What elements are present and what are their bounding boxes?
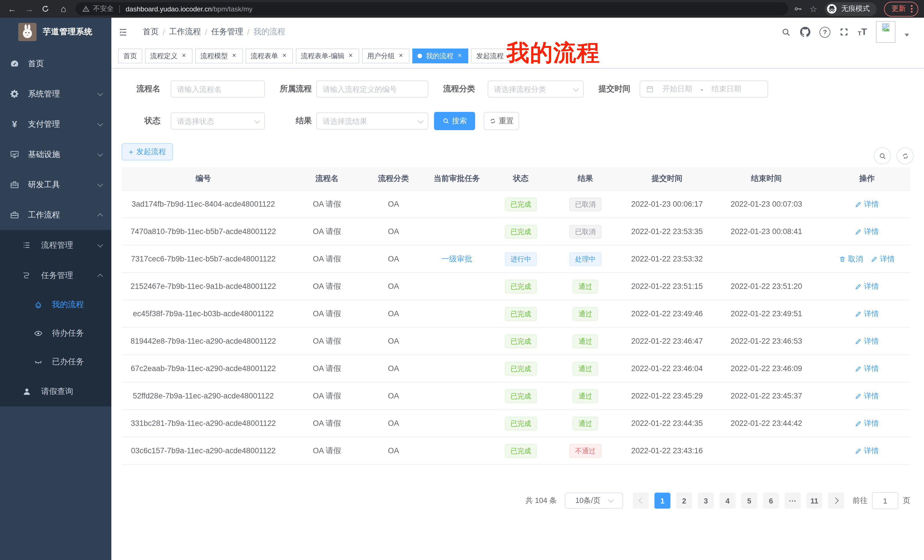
page-button-11[interactable]: 11	[806, 493, 822, 509]
table-refresh-button[interactable]	[897, 147, 914, 165]
avatar-caret-icon[interactable]	[904, 33, 909, 36]
sidebar-item-devtools[interactable]: 研发工具	[0, 169, 111, 200]
page-button-3[interactable]: 3	[698, 493, 714, 509]
tab-process-definition[interactable]: 流程定义	[145, 48, 192, 63]
sidebar-item-leave-query[interactable]: 请假查询	[0, 376, 111, 406]
close-icon[interactable]	[456, 52, 463, 59]
detail-link[interactable]: 详情	[855, 363, 879, 374]
category-select[interactable]	[488, 81, 584, 97]
avatar[interactable]	[876, 21, 896, 43]
sidebar-item-infra[interactable]: 基础设施	[0, 139, 111, 169]
category-select-input[interactable]	[488, 81, 583, 97]
detail-link[interactable]: 详情	[855, 226, 879, 237]
key-icon[interactable]	[794, 4, 802, 13]
security-label[interactable]: 不安全	[93, 4, 114, 14]
tab-process-model[interactable]: 流程模型	[195, 48, 243, 63]
current-task-link[interactable]: 一级审批	[441, 254, 472, 263]
browser-back-icon[interactable]	[7, 4, 17, 14]
sidebar-item-system[interactable]: 系统管理	[0, 79, 111, 109]
result-select[interactable]	[316, 112, 428, 130]
sidebar-item-process-mgmt[interactable]: 流程管理	[0, 230, 111, 260]
browser-home-icon[interactable]	[58, 4, 69, 14]
page-button-6[interactable]: 6	[763, 493, 779, 509]
process-name-input[interactable]	[171, 81, 264, 97]
detail-link[interactable]: 详情	[855, 446, 879, 456]
cell-category: OA	[369, 382, 418, 410]
prev-page-button[interactable]	[633, 493, 649, 509]
process-definition-input[interactable]	[317, 81, 428, 97]
browser-menu-icon[interactable]	[911, 5, 913, 13]
sidebar-item-done-tasks[interactable]: 已办任务	[0, 347, 111, 376]
sidebar-item-workflow[interactable]: 工作流程	[0, 200, 111, 230]
browser-reload-icon[interactable]	[41, 4, 51, 13]
cancel-link[interactable]: 取消	[839, 254, 863, 264]
breadcrumb-home[interactable]: 首页	[143, 27, 159, 37]
help-icon[interactable]	[819, 27, 830, 37]
goto-page-input[interactable]	[872, 492, 898, 509]
logo-row[interactable]: 芋道管理系统	[0, 18, 111, 46]
update-button[interactable]: 更新	[884, 1, 918, 16]
fullscreen-icon[interactable]	[840, 27, 849, 36]
font-size-icon[interactable]	[858, 27, 867, 37]
close-icon[interactable]	[398, 52, 404, 59]
process-table: 编号 流程名 流程分类 当前审批任务 状态 结果 提交时间 结束时间 操作	[122, 167, 910, 465]
bookmark-star-icon[interactable]: ☆	[810, 4, 817, 14]
sidebar-item-my-process[interactable]: 我的流程	[0, 290, 111, 319]
close-icon[interactable]	[281, 52, 288, 59]
sidebar-item-todo-tasks[interactable]: 待办任务	[0, 319, 111, 347]
tab-process-form-edit[interactable]: 流程表单-编辑	[296, 48, 359, 63]
result-badge: 已取消	[569, 197, 602, 211]
close-icon[interactable]	[347, 52, 354, 59]
result-badge: 处理中	[569, 252, 602, 266]
detail-link[interactable]: 详情	[855, 281, 879, 291]
page-size-select[interactable]: 10条/页	[565, 493, 623, 509]
detail-link[interactable]: 详情	[855, 199, 879, 209]
close-icon[interactable]	[180, 52, 188, 59]
search-icon[interactable]	[781, 27, 791, 37]
github-icon[interactable]	[800, 27, 810, 37]
reset-button[interactable]: 重置	[484, 112, 519, 130]
tab-my-process[interactable]: 我的流程	[412, 48, 468, 63]
status-select-input[interactable]	[171, 113, 264, 129]
sidebar-item-label: 研发工具	[28, 180, 90, 190]
sidebar-item-task-mgmt[interactable]: 任务管理	[0, 260, 111, 290]
page-ellipsis[interactable]: ···	[784, 493, 801, 509]
table-row: 819442e8-7b9a-11ec-a290-acde48001122 OA …	[122, 327, 910, 355]
detail-link[interactable]: 详情	[855, 308, 879, 319]
url-host[interactable]: dashboard.yudao.iocoder.cn	[126, 5, 212, 13]
page-button-2[interactable]: 2	[676, 493, 692, 509]
browser-forward-icon[interactable]	[24, 4, 34, 14]
close-icon[interactable]	[231, 52, 238, 59]
result-select-input[interactable]	[317, 113, 428, 129]
url-path[interactable]: /bpm/task/my	[212, 5, 253, 13]
col-end-time: 结束时间	[709, 167, 824, 190]
start-date-placeholder[interactable]: 开始日期	[658, 84, 696, 94]
address-bar[interactable]: 不安全 dashboard.yudao.iocoder.cn /bpm/task…	[75, 2, 788, 15]
sidebar-item-home[interactable]: 首页	[0, 48, 111, 79]
incognito-icon	[826, 3, 837, 14]
detail-link[interactable]: 详情	[871, 254, 895, 264]
detail-link[interactable]: 详情	[855, 336, 879, 346]
date-range-picker[interactable]: 开始日期 - 结束日期	[640, 81, 768, 97]
sidebar-item-payment[interactable]: ¥ 支付管理	[0, 109, 111, 139]
search-button[interactable]: 搜索	[434, 112, 475, 130]
page-button-4[interactable]: 4	[720, 493, 735, 509]
app-window: 芋道管理系统 首页 系统管理 ¥ 支付管	[0, 18, 924, 560]
table-search-button[interactable]	[874, 147, 891, 165]
tab-process-form[interactable]: 流程表单	[246, 48, 293, 63]
breadcrumb-workflow[interactable]: 工作流程	[169, 27, 201, 37]
tab-home[interactable]: 首页	[118, 48, 142, 63]
breadcrumb-task-mgmt[interactable]: 任务管理	[211, 27, 243, 37]
tab-user-group[interactable]: 用户分组	[362, 48, 410, 63]
start-process-button[interactable]: 发起流程	[122, 143, 173, 160]
page-button-5[interactable]: 5	[741, 493, 757, 509]
next-page-button[interactable]	[828, 493, 844, 509]
page-button-1[interactable]: 1	[654, 493, 670, 509]
status-select[interactable]	[171, 112, 265, 130]
col-current-task: 当前审批任务	[418, 167, 496, 190]
detail-link[interactable]: 详情	[855, 418, 879, 428]
cell-name: OA 请假	[285, 355, 369, 382]
sidebar-toggle-icon[interactable]	[118, 27, 128, 37]
detail-link[interactable]: 详情	[855, 391, 879, 401]
end-date-placeholder[interactable]: 结束日期	[708, 84, 745, 94]
